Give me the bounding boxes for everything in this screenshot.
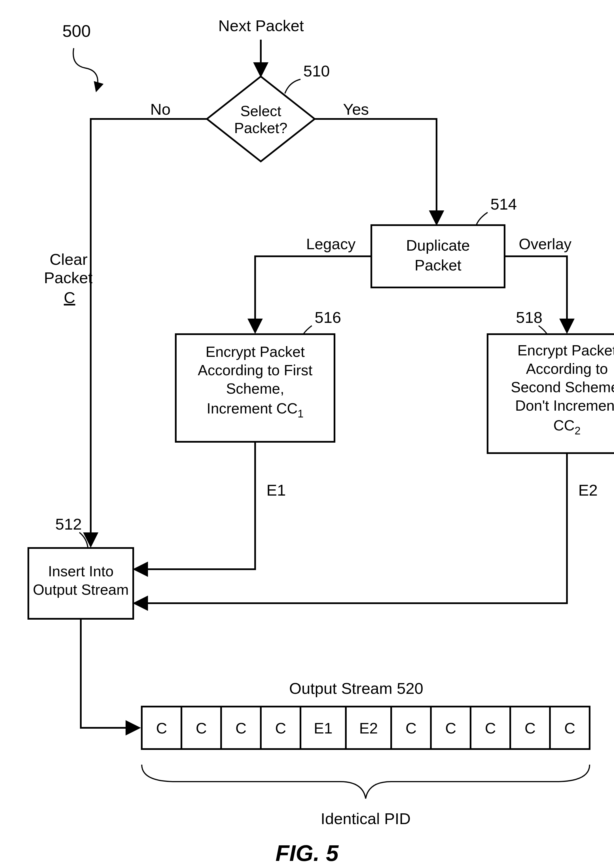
insert-l2: Output Stream	[33, 581, 129, 598]
ref-510-leader	[285, 79, 300, 93]
path-e1	[135, 442, 255, 569]
figure-caption: FIG. 5	[275, 840, 339, 866]
output-stream-cells: C C C C E1 E2 C C C C C	[142, 707, 590, 749]
brace-icon	[142, 765, 590, 798]
b518-l2: According to	[526, 361, 608, 377]
clear-packet-l3: C	[64, 288, 75, 307]
svg-text:C: C	[236, 719, 247, 736]
svg-text:E2: E2	[359, 719, 378, 736]
svg-text:C: C	[525, 719, 536, 736]
svg-text:C: C	[275, 719, 286, 736]
ref-500-arrow	[73, 48, 98, 91]
box-duplicate-packet	[372, 225, 505, 287]
b516-l1: Encrypt Packet	[205, 344, 305, 360]
svg-text:C: C	[196, 719, 207, 736]
ref-516: 516	[315, 308, 341, 326]
e2-label: E2	[578, 481, 598, 499]
ref-514-leader	[476, 212, 488, 225]
svg-text:C: C	[485, 719, 496, 736]
path-to-output	[81, 619, 138, 728]
svg-text:C: C	[445, 719, 456, 736]
svg-text:C: C	[156, 719, 167, 736]
legacy-label: Legacy	[306, 236, 356, 252]
b516-l3: Scheme,	[226, 380, 284, 397]
clear-packet-l1: Clear	[50, 250, 88, 268]
path-legacy	[255, 256, 372, 331]
b518-l3: Second Scheme,	[511, 379, 614, 395]
next-packet-label: Next Packet	[218, 17, 304, 34]
e1-label: E1	[266, 481, 286, 499]
path-e2	[135, 453, 567, 603]
b516-l2: According to First	[198, 362, 312, 378]
path-yes	[315, 119, 437, 223]
ref-518: 518	[516, 308, 542, 326]
dup-l1: Duplicate	[406, 237, 470, 254]
ref-512-leader	[79, 532, 88, 547]
overlay-label: Overlay	[519, 236, 572, 252]
ref-518-leader	[539, 326, 547, 334]
b518-l1: Encrypt Packet	[517, 342, 614, 358]
decision-line2: Packet?	[234, 120, 288, 136]
svg-text:C: C	[406, 719, 417, 736]
ref-510: 510	[303, 62, 330, 80]
svg-text:E1: E1	[314, 719, 333, 736]
no-label: No	[150, 100, 171, 118]
path-no	[91, 119, 207, 545]
yes-label: Yes	[343, 100, 369, 118]
b518-l4: Don't Increment	[515, 397, 614, 414]
ref-512: 512	[55, 515, 82, 533]
output-stream-title: Output Stream 520	[289, 679, 423, 697]
ref-514: 514	[490, 195, 517, 213]
dup-l2: Packet	[414, 257, 461, 274]
identical-pid-label: Identical PID	[320, 810, 411, 828]
svg-text:C: C	[564, 719, 575, 736]
clear-packet-l2: Packet	[44, 269, 93, 287]
decision-line1: Select	[240, 103, 281, 119]
insert-l1: Insert Into	[48, 563, 113, 580]
ref-516-leader	[303, 326, 312, 334]
ref-500: 500	[62, 22, 91, 40]
